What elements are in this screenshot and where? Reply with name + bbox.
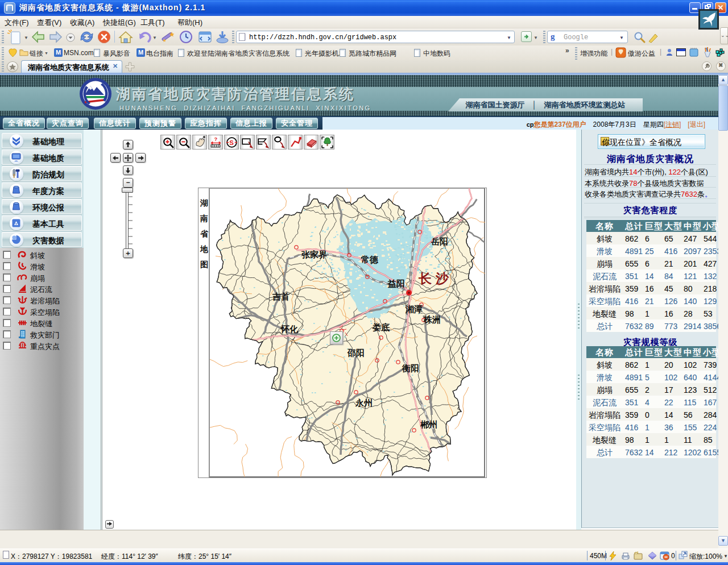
svg-text:株洲: 株洲 [423, 314, 441, 324]
svg-text:?: ? [214, 136, 217, 142]
svg-text:S: S [229, 139, 234, 146]
svg-text:郴州: 郴州 [420, 419, 437, 429]
svg-text:岳阳: 岳阳 [431, 236, 448, 246]
svg-text:张家界: 张家界 [301, 250, 327, 259]
svg-text:益阳: 益阳 [387, 279, 405, 288]
svg-text:衡阳: 衡阳 [402, 363, 419, 373]
svg-text:娄底: 娄底 [372, 322, 390, 332]
svg-text:长沙: 长沙 [418, 271, 453, 286]
svg-text:怀化: 怀化 [280, 324, 299, 334]
svg-text:吉首: 吉首 [272, 292, 289, 301]
svg-text:永州: 永州 [355, 398, 373, 408]
svg-text:常德: 常德 [361, 255, 379, 264]
svg-text:邵阳: 邵阳 [347, 348, 365, 358]
svg-text:湘潭: 湘潭 [405, 304, 423, 314]
